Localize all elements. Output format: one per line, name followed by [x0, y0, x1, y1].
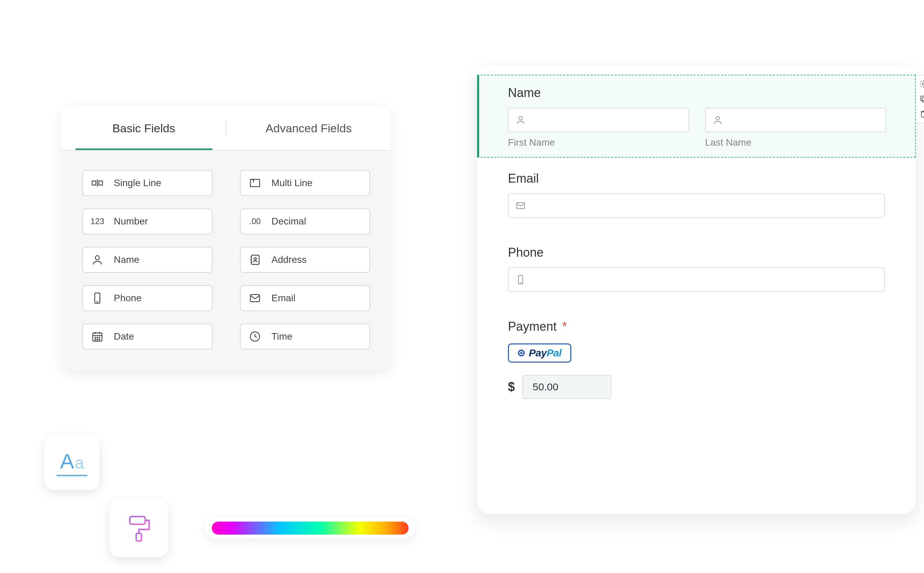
field-type-multi-line[interactable]: Multi Line: [240, 170, 370, 196]
form-field-payment[interactable]: Payment * PayPal $ 50.00: [477, 306, 916, 413]
field-settings-button[interactable]: [919, 79, 924, 89]
multi-line-icon: [248, 176, 262, 190]
field-type-label: Multi Line: [271, 177, 313, 188]
field-type-label: Decimal: [271, 216, 306, 227]
field-type-time[interactable]: Time: [240, 324, 370, 349]
number-icon: 123: [91, 214, 104, 228]
email-input[interactable]: [508, 193, 885, 218]
field-type-single-line[interactable]: Single Line: [82, 170, 213, 196]
svg-point-20: [95, 339, 96, 340]
person-icon: [713, 115, 723, 125]
svg-point-22: [99, 339, 100, 340]
field-label-name: Name: [508, 86, 886, 100]
field-duplicate-button[interactable]: [919, 94, 924, 104]
svg-rect-12: [251, 295, 260, 302]
svg-point-9: [254, 258, 256, 260]
palette-tabs: Basic Fields Advanced Fields: [62, 106, 391, 151]
selected-field-toolbar: [916, 75, 924, 124]
svg-rect-32: [922, 98, 924, 102]
mail-icon: [248, 291, 262, 305]
field-type-number[interactable]: 123 Number: [82, 208, 213, 235]
clock-icon: [248, 330, 262, 343]
first-name-sublabel: First Name: [508, 137, 689, 148]
phone-icon: [91, 291, 104, 305]
address-book-icon: [248, 253, 262, 267]
field-type-label: Name: [114, 254, 139, 265]
field-label-payment: Payment *: [508, 319, 885, 334]
field-label-phone: Phone: [508, 245, 885, 260]
svg-rect-1: [99, 181, 103, 185]
svg-point-21: [97, 339, 98, 340]
single-line-icon: [91, 176, 104, 190]
gear-icon: [919, 80, 924, 88]
field-type-label: Address: [271, 254, 307, 265]
form-field-phone[interactable]: Phone: [477, 232, 916, 306]
form-field-email[interactable]: Email: [477, 158, 916, 232]
typography-tool[interactable]: Aa: [45, 435, 99, 490]
typography-icon: Aa: [60, 449, 84, 473]
field-type-label: Email: [271, 293, 296, 304]
mail-icon: [515, 200, 526, 211]
field-palette-panel: Basic Fields Advanced Fields Single Line: [62, 106, 391, 370]
svg-point-26: [519, 116, 522, 120]
currency-symbol: $: [508, 380, 515, 394]
theme-brush-tool[interactable]: [110, 499, 168, 557]
paypal-option[interactable]: PayPal: [508, 343, 571, 363]
field-type-decimal[interactable]: .00 Decimal: [240, 208, 370, 235]
field-delete-button[interactable]: [919, 109, 924, 119]
svg-point-31: [922, 83, 924, 85]
svg-rect-24: [130, 517, 145, 524]
svg-rect-0: [92, 181, 96, 185]
svg-rect-3: [251, 180, 260, 187]
field-type-address[interactable]: Address: [240, 247, 370, 273]
svg-point-4: [95, 256, 99, 260]
copy-icon: [919, 95, 924, 103]
radio-selected-icon: [518, 349, 525, 356]
person-icon: [91, 253, 104, 267]
field-type-phone[interactable]: Phone: [82, 285, 213, 311]
field-type-email[interactable]: Email: [240, 285, 370, 311]
svg-rect-28: [517, 202, 525, 209]
person-icon: [515, 115, 526, 125]
svg-point-17: [95, 337, 96, 338]
active-tab-underline: [75, 149, 213, 150]
form-preview-canvas: Name First Name Last: [477, 65, 916, 514]
svg-rect-25: [136, 533, 141, 541]
payment-amount-value: 50.00: [532, 381, 558, 392]
decimal-icon: .00: [248, 214, 262, 228]
field-label-email: Email: [508, 171, 885, 186]
field-type-date[interactable]: Date: [82, 324, 213, 349]
spectrum-gradient: [212, 521, 409, 535]
paypal-logo: PayPal: [529, 347, 561, 359]
field-type-label: Date: [114, 331, 134, 342]
field-type-label: Phone: [114, 293, 141, 304]
svg-rect-34: [922, 112, 924, 117]
form-field-name[interactable]: Name First Name Last: [477, 75, 916, 158]
svg-point-19: [99, 337, 100, 338]
required-mark: *: [562, 319, 567, 333]
phone-icon: [515, 274, 526, 285]
paint-roller-icon: [124, 513, 154, 543]
svg-point-27: [716, 116, 719, 120]
field-type-label: Single Line: [114, 177, 161, 188]
calendar-icon: [91, 330, 104, 343]
svg-point-18: [97, 337, 98, 338]
field-type-label: Time: [271, 331, 292, 342]
first-name-input[interactable]: [508, 108, 689, 132]
phone-input[interactable]: [508, 267, 885, 292]
field-type-label: Number: [114, 216, 148, 227]
tab-basic-fields[interactable]: Basic Fields: [62, 106, 226, 150]
trash-icon: [919, 110, 924, 119]
field-type-name[interactable]: Name: [82, 247, 213, 273]
color-spectrum-picker[interactable]: [206, 518, 415, 539]
last-name-input[interactable]: [705, 108, 886, 132]
tab-advanced-fields[interactable]: Advanced Fields: [227, 106, 391, 150]
payment-amount-input[interactable]: 50.00: [522, 375, 611, 399]
last-name-sublabel: Last Name: [705, 137, 886, 148]
